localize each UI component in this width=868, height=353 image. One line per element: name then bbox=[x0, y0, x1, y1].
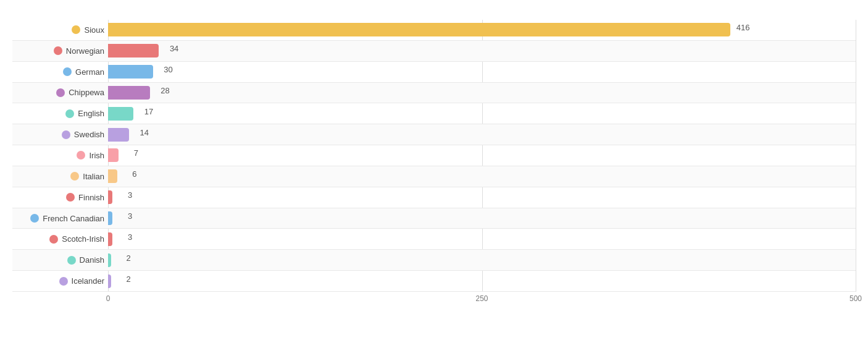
bar-fill: 14 bbox=[108, 128, 129, 142]
bar-value-label: 2 bbox=[127, 253, 131, 263]
bar-label: German bbox=[12, 62, 108, 82]
bar-track: 7 bbox=[108, 145, 856, 166]
bar-track: 2 bbox=[108, 250, 856, 270]
bar-fill: 3 bbox=[108, 232, 112, 246]
bar-row: Icelander2 bbox=[12, 271, 856, 292]
bar-row: Italian6 bbox=[12, 166, 856, 187]
bar-track: 3 bbox=[108, 208, 856, 229]
bar-fill: 3 bbox=[108, 190, 112, 204]
bar-fill: 28 bbox=[108, 86, 150, 100]
label-text: Sioux bbox=[84, 25, 104, 35]
label-text: Norwegian bbox=[66, 46, 104, 56]
bar-label: Swedish bbox=[12, 124, 108, 145]
bar-value-label: 6 bbox=[132, 169, 136, 179]
bar-label: Finnish bbox=[12, 187, 108, 208]
x-tick: 250 bbox=[475, 294, 488, 303]
bar-track: 2 bbox=[108, 271, 856, 291]
label-text: Icelander bbox=[72, 276, 104, 286]
label-text: German bbox=[75, 67, 104, 77]
bar-value-label: 3 bbox=[128, 211, 132, 221]
bar-fill: 7 bbox=[108, 148, 119, 162]
label-text: Italian bbox=[83, 172, 104, 181]
label-dot bbox=[66, 193, 75, 202]
bar-track: 34 bbox=[108, 41, 856, 61]
bar-row: Finnish3 bbox=[12, 187, 856, 208]
bar-row: English17 bbox=[12, 103, 856, 124]
bar-track: 17 bbox=[108, 103, 856, 124]
bar-row: Irish7 bbox=[12, 145, 856, 166]
bar-fill: 17 bbox=[108, 107, 133, 121]
label-text: Danish bbox=[80, 255, 104, 265]
bar-fill: 30 bbox=[108, 65, 153, 79]
chart-area: Sioux416Norwegian34German30Chippewa28Eng… bbox=[12, 20, 856, 310]
grid-line bbox=[856, 20, 856, 292]
bar-track: 30 bbox=[108, 62, 856, 82]
bar-row: Swedish14 bbox=[12, 124, 856, 145]
bar-row: Chippewa28 bbox=[12, 83, 856, 104]
bar-value-label: 3 bbox=[128, 232, 132, 242]
bar-label: French Canadian bbox=[12, 208, 108, 229]
label-dot bbox=[63, 67, 72, 76]
bar-value-label: 28 bbox=[161, 86, 169, 95]
bar-label: Norwegian bbox=[12, 41, 108, 61]
bar-label: Sioux bbox=[12, 20, 108, 40]
bar-row: Scotch-Irish3 bbox=[12, 229, 856, 250]
bar-value-label: 416 bbox=[737, 23, 750, 32]
bar-label: Scotch-Irish bbox=[12, 229, 108, 249]
label-dot bbox=[70, 172, 79, 181]
bar-label: English bbox=[12, 103, 108, 124]
label-dot bbox=[30, 214, 39, 223]
bar-value-label: 17 bbox=[144, 107, 153, 116]
bar-label: Chippewa bbox=[12, 83, 108, 103]
bar-track: 3 bbox=[108, 187, 856, 208]
bar-track: 28 bbox=[108, 83, 856, 103]
label-dot bbox=[49, 235, 58, 244]
bar-value-label: 14 bbox=[140, 128, 148, 137]
bar-fill: 3 bbox=[108, 211, 112, 225]
label-dot bbox=[62, 130, 70, 139]
label-text: French Canadian bbox=[43, 214, 104, 223]
label-dot bbox=[77, 151, 85, 159]
label-dot bbox=[56, 88, 65, 97]
bar-row: Danish2 bbox=[12, 250, 856, 271]
label-text: Irish bbox=[89, 151, 104, 160]
label-dot bbox=[54, 46, 62, 55]
bar-value-label: 34 bbox=[170, 44, 178, 53]
bar-track: 416 bbox=[108, 20, 856, 40]
bar-row: Norwegian34 bbox=[12, 41, 856, 62]
label-text: Swedish bbox=[74, 130, 104, 139]
bar-label: Italian bbox=[12, 166, 108, 187]
label-dot bbox=[65, 109, 74, 118]
bar-row: German30 bbox=[12, 62, 856, 83]
bar-fill: 6 bbox=[108, 169, 117, 183]
bar-fill: 34 bbox=[108, 44, 159, 57]
bar-row: French Canadian3 bbox=[12, 208, 856, 229]
label-text: Finnish bbox=[78, 193, 104, 202]
label-text: English bbox=[78, 109, 104, 118]
bars-wrapper: Sioux416Norwegian34German30Chippewa28Eng… bbox=[12, 20, 856, 292]
bar-track: 14 bbox=[108, 124, 856, 145]
label-text: Chippewa bbox=[69, 88, 104, 97]
bar-value-label: 3 bbox=[128, 190, 132, 200]
bar-fill: 2 bbox=[108, 253, 111, 267]
bar-fill: 2 bbox=[108, 274, 111, 288]
label-text: Scotch-Irish bbox=[62, 234, 104, 244]
bar-label: Irish bbox=[12, 145, 108, 166]
x-tick: 0 bbox=[106, 294, 111, 303]
bar-label: Danish bbox=[12, 250, 108, 270]
bar-label: Icelander bbox=[12, 271, 108, 291]
label-dot bbox=[67, 256, 76, 265]
x-tick: 500 bbox=[849, 294, 862, 303]
label-dot bbox=[72, 25, 80, 34]
bar-track: 6 bbox=[108, 166, 856, 187]
bar-fill: 416 bbox=[108, 23, 730, 36]
bar-value-label: 7 bbox=[134, 148, 138, 158]
chart-container: Sioux416Norwegian34German30Chippewa28Eng… bbox=[0, 0, 868, 353]
x-axis: 0250500 bbox=[108, 292, 856, 310]
bar-value-label: 2 bbox=[127, 274, 131, 284]
label-dot bbox=[59, 277, 68, 286]
bar-value-label: 30 bbox=[164, 65, 172, 74]
bar-row: Sioux416 bbox=[12, 20, 856, 41]
bar-track: 3 bbox=[108, 229, 856, 249]
